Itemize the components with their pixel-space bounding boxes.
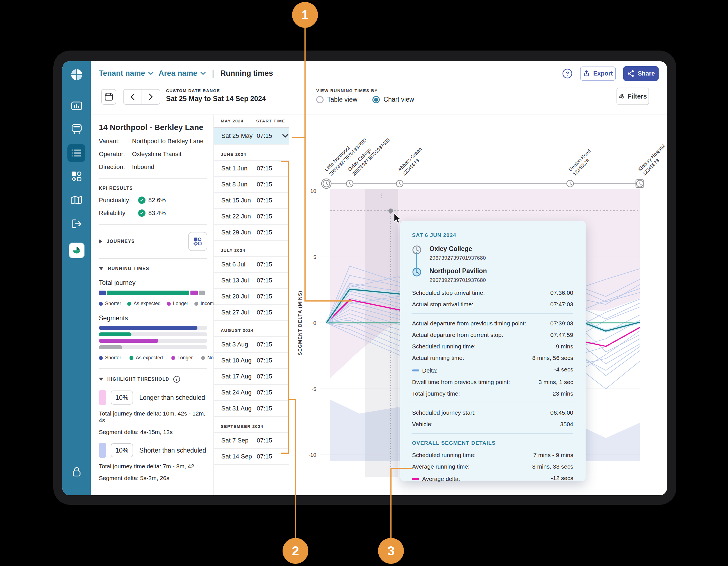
sidebar-item-vehicles[interactable] [62, 122, 91, 135]
legend-dot-icon [129, 356, 133, 360]
chevron-down-icon[interactable] [282, 134, 288, 138]
prev-date-button[interactable] [124, 90, 142, 104]
tooltip-divider [412, 433, 573, 434]
tooltip-row: Total journey time:23 mins [412, 390, 573, 397]
date-row[interactable]: Sat 13 Jul07:15 [214, 273, 289, 288]
date-cell: Sat 29 Jun [214, 229, 257, 236]
chevron-down-icon [99, 267, 103, 271]
threshold-percent-input[interactable]: 10% [111, 390, 133, 404]
running-times-expander[interactable]: RUNNING TIMES [99, 266, 207, 271]
export-button[interactable]: Export [580, 67, 616, 81]
tooltip-row: Actual departure from previous timing po… [412, 320, 573, 327]
next-date-button[interactable] [142, 90, 160, 104]
date-row[interactable]: Sat 14 Sep07:15 [214, 449, 289, 465]
date-row[interactable]: Sat 31 Aug07:15 [214, 401, 289, 417]
tooltip-row-value: 07:36:00 [550, 289, 573, 296]
info-icon[interactable]: i [173, 376, 180, 383]
date-row[interactable]: Sat 24 Aug07:15 [214, 385, 289, 401]
callout-3-line [390, 468, 392, 539]
tooltip-stop: Oxley College 2967392739701937680 [412, 245, 573, 261]
label-text: Dwell time from previous timing point: [412, 379, 510, 385]
callout-number: 1 [301, 7, 309, 22]
date-row[interactable]: Sat 6 Jul07:15 [214, 257, 289, 273]
journeys-expander[interactable]: JOURNEYS [99, 232, 207, 251]
threshold-percent-input[interactable]: 10% [111, 443, 133, 457]
date-row[interactable]: Sat 7 Sep07:15 [214, 433, 289, 449]
legend-item: Shorter [99, 355, 121, 361]
delta-dash-icon [412, 369, 419, 371]
date-row[interactable]: Sat 20 Jul07:15 [214, 288, 289, 304]
callout-2-badge: 2 [283, 538, 308, 564]
tooltip-row-label: Total journey time: [412, 390, 460, 397]
tooltip-row: Average running time:8 mins, 33 secs [412, 463, 573, 470]
station-label: Abbot's Green12345678 [397, 146, 427, 177]
label-text: Actual stop arrival time: [412, 301, 473, 308]
threshold-expander[interactable]: HIGHLIGHT THRESHOLD i [99, 376, 207, 383]
threshold-row: 10%Longer than scheduled [99, 390, 207, 405]
table-view-radio[interactable]: Table view [316, 96, 357, 103]
label-text: Scheduled running time: [412, 452, 476, 458]
time-cell: 07:15 [257, 453, 272, 460]
field-value: Northpool to Berkley Lane [132, 138, 203, 145]
legend-item: No data [201, 355, 214, 361]
date-row[interactable]: Sat 17 Aug07:15 [214, 369, 289, 385]
start-time-header: START TIME [256, 119, 285, 123]
sidebar-item-dashboard[interactable] [62, 99, 91, 112]
month-label: AUGUST 2024 [221, 328, 254, 333]
chart-view-radio[interactable]: Chart view [372, 96, 414, 103]
sidebar-item-signout[interactable] [62, 217, 91, 230]
kpi-section-label: KPI RESULTS [99, 186, 207, 191]
tooltip-row-value: 07:47:03 [550, 301, 573, 308]
date-row[interactable]: Sat 1 Jun07:15 [214, 161, 289, 177]
date-row[interactable]: Sat 29 Jun07:15 [214, 225, 289, 241]
chart-view-label: Chart view [383, 96, 414, 103]
callout-2-line [295, 399, 296, 539]
chevron-down-icon [99, 378, 103, 381]
share-button[interactable]: Share [623, 66, 659, 81]
y-tick-label: 0 [313, 320, 316, 326]
topbar: Tenant name Area name | Running times ? [91, 61, 667, 87]
date-row[interactable]: Sat 8 Jun07:15 [214, 177, 289, 193]
month-label: JUNE 2024 [221, 152, 246, 157]
area-dropdown[interactable]: Area name [159, 69, 206, 78]
date-row[interactable]: Sat 3 Aug07:15 [214, 336, 289, 353]
date-row[interactable]: Sat 22 Jun07:15 [214, 209, 289, 225]
date-row-selected[interactable]: Sat 25 May 07:15 [214, 128, 289, 145]
legend-dot-icon [171, 356, 175, 360]
sidebar-item-map[interactable] [62, 194, 91, 207]
date-cell: Sat 14 Sep [214, 453, 257, 460]
route-field: Operator:Oxleyshire Transit [99, 151, 207, 158]
filters-button[interactable]: Filters [616, 88, 649, 105]
sidebar-item-running-times-selected[interactable] [67, 144, 85, 162]
calendar-button[interactable] [101, 89, 116, 105]
sidebar-item-app-switch[interactable] [69, 243, 85, 258]
y-tick-label: -10 [309, 452, 316, 458]
legend-dot-icon [127, 302, 131, 306]
tooltip-row-label: Scheduled journey start: [412, 409, 476, 416]
tooltip-row: Average delta:-12 secs [412, 475, 573, 483]
tenant-dropdown[interactable]: Tenant name [99, 69, 154, 78]
tooltip-row-label: Vehicle: [412, 421, 433, 428]
kpi-label: Punctuality: [99, 197, 138, 204]
date-row[interactable]: Sat 10 Aug07:15 [214, 353, 289, 369]
filters-label: Filters [627, 93, 647, 100]
time-cell: 07:15 [257, 261, 272, 268]
date-row[interactable]: Sat 15 Jun07:15 [214, 193, 289, 209]
chevron-down-icon [148, 72, 154, 75]
check-icon: ✓ [138, 197, 145, 204]
brand-logo-icon[interactable] [62, 67, 91, 83]
sidebar-item-components[interactable] [62, 170, 91, 183]
date-row[interactable]: Sat 27 Jul07:15 [214, 304, 289, 320]
time-cell: 07:15 [257, 229, 272, 236]
help-icon[interactable]: ? [562, 68, 573, 79]
chevron-right-icon [99, 239, 102, 244]
lock-icon[interactable] [62, 465, 91, 479]
segments-legend: ShorterAs expectedLongerNo data [99, 355, 207, 361]
tooltip-row-label: Actual departure from previous timing po… [412, 320, 526, 327]
svg-text:2967392739701937680: 2967392739701937680 [351, 137, 391, 177]
breadcrumb: Tenant name Area name | Running times [99, 69, 273, 78]
time-cell: 07:15 [257, 437, 272, 444]
legend-dot-icon [194, 302, 198, 306]
journeys-grid-button[interactable] [188, 232, 207, 251]
delta-dash-icon [412, 478, 419, 480]
